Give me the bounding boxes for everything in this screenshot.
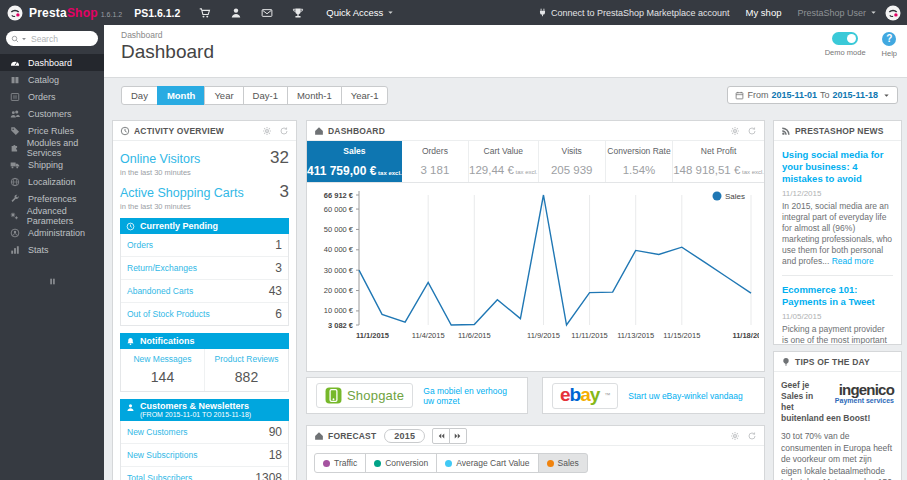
badges-icon[interactable] — [292, 7, 304, 19]
kpi-net-profit[interactable]: Net Profit148 918,51 € tax excl. — [673, 141, 764, 182]
cart-icon[interactable] — [199, 7, 211, 19]
legend-average-cart-value-button[interactable]: Average Cart Value — [436, 453, 538, 473]
ebay-link[interactable]: Start uw eBay-winkel vandaag — [628, 391, 742, 401]
forecast-next-button[interactable] — [449, 428, 467, 444]
svg-text:11/1/2015: 11/1/2015 — [356, 331, 389, 340]
gear-icon[interactable] — [730, 431, 740, 441]
sidebar-item-shipping[interactable]: Shipping — [0, 156, 104, 173]
shopgate-link[interactable]: Ga mobiel en verhoog uw omzet — [423, 386, 518, 406]
online-visitors-subtitle: in the last 30 minutes — [120, 168, 289, 177]
legend-dot — [374, 460, 381, 467]
date-range-picker[interactable]: From 2015-11-01 To 2015-11-18 — [727, 86, 898, 104]
sidebar-item-catalog[interactable]: Catalog — [0, 71, 104, 88]
sidebar-item-administration[interactable]: Administration — [0, 224, 104, 241]
bulb-icon — [781, 357, 791, 367]
range-year-button[interactable]: Year — [204, 86, 243, 105]
read-more-link[interactable]: Read more — [832, 256, 874, 266]
sidebar-item-orders[interactable]: Orders — [0, 88, 104, 105]
refresh-icon[interactable] — [747, 126, 757, 136]
sidebar-item-advanced-parameters[interactable]: Advanced Parameters — [0, 207, 104, 224]
list-icon — [10, 92, 20, 102]
stat-row-out-of-stock-products[interactable]: Out of Stock Products6 — [121, 302, 288, 325]
sidebar-item-label: Price Rules — [28, 126, 74, 136]
kpi-conversion-rate[interactable]: Conversion Rate1.54% — [606, 141, 673, 182]
date-from-value: 2015-11-01 — [771, 90, 817, 100]
sidebar-item-localization[interactable]: Localization — [0, 173, 104, 190]
ingenico-wordmark: ingenico — [826, 382, 894, 397]
marketplace-label: Connect to PrestaShop Marketplace accoun… — [551, 8, 730, 18]
sidebar-item-stats[interactable]: Stats — [0, 241, 104, 258]
refresh-icon[interactable] — [747, 431, 757, 441]
messages-icon[interactable] — [261, 7, 273, 19]
legend-traffic-button[interactable]: Traffic — [314, 453, 366, 473]
collapse-sidebar-button[interactable] — [0, 272, 104, 290]
book-icon — [10, 75, 20, 85]
caret-down-icon — [870, 9, 877, 16]
stat-row-new-customers[interactable]: New Customers90 — [121, 421, 288, 443]
date-to-label: To — [820, 90, 830, 100]
kpi-orders[interactable]: Orders3 181 — [402, 141, 469, 182]
marketplace-link[interactable]: Connect to PrestaShop Marketplace accoun… — [538, 8, 730, 18]
date-to-value: 2015-11-18 — [832, 90, 878, 100]
customers-icon[interactable] — [230, 7, 242, 19]
stat-row-total-subscribers[interactable]: Total Subscribers1308 — [121, 466, 288, 480]
svg-text:20 000 €: 20 000 € — [324, 286, 354, 295]
shop-name[interactable]: PS1.6.1.2 — [134, 7, 180, 19]
svg-text:11/15/2015: 11/15/2015 — [663, 331, 700, 340]
forecast-year-pill[interactable]: 2015 — [384, 429, 425, 443]
my-shop-link[interactable]: My shop — [746, 7, 782, 18]
puzzle-icon — [10, 143, 19, 153]
news-article-excerpt: In 2015, social media are an integral pa… — [782, 201, 893, 267]
range-year-1-button[interactable]: Year-1 — [341, 86, 389, 105]
sidebar-item-customers[interactable]: Customers — [0, 105, 104, 122]
tip-body: 30 tot 70% van de consumenten in Europa … — [781, 431, 894, 480]
sidebar-item-price-rules[interactable]: Price Rules — [0, 122, 104, 139]
range-month-1-button[interactable]: Month-1 — [287, 86, 342, 105]
header-controls: Demo mode ? Help — [825, 32, 897, 58]
range-day-1-button[interactable]: Day-1 — [243, 86, 288, 105]
ingenico-logo: ingenico Payment services — [826, 382, 894, 405]
stat-row-return-exchanges[interactable]: Return/Exchanges3 — [121, 256, 288, 279]
caret-down-icon — [883, 92, 890, 99]
sidebar-search[interactable] — [6, 31, 98, 46]
kpi-sales[interactable]: Sales411 759,00 € tax excl. — [307, 141, 402, 182]
online-visitors-link[interactable]: Online Visitors — [120, 152, 200, 166]
stat-row-orders[interactable]: Orders1 — [121, 234, 288, 256]
activity-panel-title: ACTIVITY OVERVIEW — [134, 126, 224, 136]
demo-mode-toggle[interactable] — [832, 32, 858, 45]
kpi-visits[interactable]: Visits205 939 — [539, 141, 606, 182]
notifications-section: Notifications New Messages144Product Rev… — [120, 333, 289, 392]
news-panel-title: PRESTASHOP NEWS — [795, 126, 884, 136]
activity-overview-panel: ACTIVITY OVERVIEW Online Visitors32 in t… — [112, 120, 297, 480]
user-menu[interactable]: PrestaShop User — [797, 8, 877, 18]
news-article-title[interactable]: Using social media for your business: 4 … — [782, 149, 893, 185]
user-label: PrestaShop User — [797, 8, 866, 18]
sidebar-item-preferences[interactable]: Preferences — [0, 190, 104, 207]
breadcrumb[interactable]: Dashboard — [121, 30, 163, 40]
gear-icon[interactable] — [730, 126, 740, 136]
quick-access-menu[interactable]: Quick Access — [326, 7, 394, 18]
help-button[interactable]: ? — [882, 32, 896, 46]
notification-product-reviews[interactable]: Product Reviews882 — [205, 349, 288, 391]
sidebar-item-modules-and-services[interactable]: Modules and Services — [0, 139, 104, 156]
legend-conversion-button[interactable]: Conversion — [365, 453, 437, 473]
news-article-date: 11/05/2015 — [782, 312, 893, 321]
caret-down-icon[interactable] — [21, 36, 27, 42]
sidebar-item-dashboard[interactable]: Dashboard — [0, 54, 104, 71]
refresh-icon[interactable] — [279, 126, 289, 136]
gear-icon[interactable] — [262, 126, 272, 136]
forecast-prev-button[interactable] — [432, 428, 450, 444]
stat-row-new-subscriptions[interactable]: New Subscriptions18 — [121, 443, 288, 466]
kpi-cart-value[interactable]: Cart Value129,44 € tax excl. — [469, 141, 538, 182]
search-input[interactable] — [29, 33, 93, 45]
stat-row-abandoned-carts[interactable]: Abandoned Carts43 — [121, 279, 288, 302]
avatar[interactable] — [885, 5, 901, 21]
svg-text:11/13/2015: 11/13/2015 — [617, 331, 654, 340]
svg-text:Sales: Sales — [725, 192, 745, 201]
range-month-button[interactable]: Month — [157, 86, 206, 105]
news-article-title[interactable]: Ecommerce 101: Payments in a Tweet — [782, 284, 893, 308]
legend-sales-button[interactable]: Sales — [538, 453, 588, 473]
range-day-button[interactable]: Day — [121, 86, 158, 105]
notification-new-messages[interactable]: New Messages144 — [121, 349, 205, 391]
active-carts-link[interactable]: Active Shopping Carts — [120, 186, 244, 200]
